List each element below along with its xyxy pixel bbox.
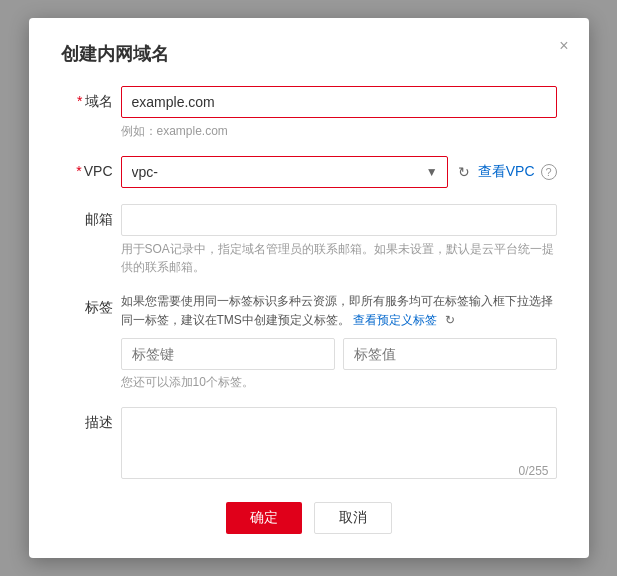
tag-hint-text: 如果您需要使用同一标签标识多种云资源，即所有服务均可在标签输入框下拉选择同一标签… <box>121 294 553 327</box>
email-row: 邮箱 用于SOA记录中，指定域名管理员的联系邮箱。如果未设置，默认是云平台统一提… <box>61 204 557 276</box>
vpc-row: VPC vpc- ▼ ↻ 查看VPC ? <box>61 156 557 188</box>
tag-label: 标签 <box>61 292 121 317</box>
domain-input[interactable] <box>121 86 557 118</box>
confirm-button[interactable]: 确定 <box>226 502 302 534</box>
modal-footer: 确定 取消 <box>61 502 557 534</box>
create-domain-modal: 创建内网域名 × 域名 例如：example.com VPC vpc- ▼ ↻ <box>29 18 589 558</box>
tag-predefined-link[interactable]: 查看预定义标签 <box>353 313 437 327</box>
modal-title: 创建内网域名 <box>61 42 557 66</box>
textarea-wrap: 0/255 <box>121 407 557 482</box>
domain-hint: 例如：example.com <box>121 122 557 140</box>
tag-row: 标签 如果您需要使用同一标签标识多种云资源，即所有服务均可在标签输入框下拉选择同… <box>61 292 557 391</box>
tag-hint: 如果您需要使用同一标签标识多种云资源，即所有服务均可在标签输入框下拉选择同一标签… <box>121 292 557 330</box>
tag-count-hint: 您还可以添加10个标签。 <box>121 374 557 391</box>
email-hint: 用于SOA记录中，指定域名管理员的联系邮箱。如果未设置，默认是云平台统一提供的联… <box>121 240 557 276</box>
tag-refresh-icon[interactable]: ↻ <box>445 313 455 327</box>
vpc-help-icon[interactable]: ? <box>541 164 557 180</box>
vpc-content: vpc- ▼ ↻ 查看VPC ? <box>121 156 557 188</box>
email-content: 用于SOA记录中，指定域名管理员的联系邮箱。如果未设置，默认是云平台统一提供的联… <box>121 204 557 276</box>
desc-content: 0/255 <box>121 407 557 482</box>
desc-label: 描述 <box>61 407 121 432</box>
email-label: 邮箱 <box>61 204 121 229</box>
desc-textarea[interactable] <box>121 407 557 479</box>
tag-key-input[interactable] <box>121 338 335 370</box>
vpc-select-wrap: vpc- ▼ <box>121 156 448 188</box>
vpc-controls: vpc- ▼ ↻ 查看VPC ? <box>121 156 557 188</box>
vpc-view-link[interactable]: 查看VPC <box>478 163 535 181</box>
tag-value-input[interactable] <box>343 338 557 370</box>
vpc-select[interactable]: vpc- <box>121 156 448 188</box>
desc-row: 描述 0/255 <box>61 407 557 482</box>
domain-row: 域名 例如：example.com <box>61 86 557 140</box>
tag-content: 如果您需要使用同一标签标识多种云资源，即所有服务均可在标签输入框下拉选择同一标签… <box>121 292 557 391</box>
domain-content: 例如：example.com <box>121 86 557 140</box>
domain-label: 域名 <box>61 86 121 111</box>
vpc-label: VPC <box>61 156 121 179</box>
cancel-button[interactable]: 取消 <box>314 502 392 534</box>
char-count: 0/255 <box>518 464 548 478</box>
vpc-refresh-button[interactable]: ↻ <box>456 164 472 180</box>
email-input[interactable] <box>121 204 557 236</box>
vpc-actions: ↻ 查看VPC ? <box>456 163 557 181</box>
close-button[interactable]: × <box>555 34 572 58</box>
tag-inputs <box>121 338 557 370</box>
